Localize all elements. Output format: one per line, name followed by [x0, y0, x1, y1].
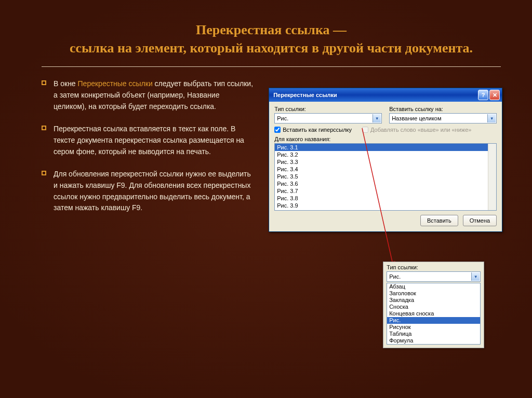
link-type-dropdown: Тип ссылки: Рис. ▼ Абзац Заголовок Закла…	[383, 262, 484, 348]
divider	[42, 66, 501, 67]
combo-insert-ref[interactable]: Название целиком ▼	[389, 113, 497, 123]
chevron-down-icon: ▼	[487, 114, 496, 122]
list-item[interactable]: Рис. 3.4	[275, 166, 496, 173]
combo-link-type-open[interactable]: Рис. ▼	[387, 271, 481, 282]
list-item[interactable]: Сноска	[387, 304, 480, 310]
bullet-text: Перекрестная ссылка вставляется в текст …	[54, 123, 253, 157]
listbox-names[interactable]: Рис. 3.1 Рис. 3.2 Рис. 3.3 Рис. 3.4 Рис.…	[274, 143, 497, 211]
figures-column: Перекрестные ссылки ? ✕ Тип ссылки: Рис.…	[263, 78, 501, 225]
list-item[interactable]: Заголовок	[387, 290, 480, 297]
close-button[interactable]: ✕	[489, 90, 500, 100]
combo-link-type[interactable]: Рис. ▼	[274, 113, 382, 123]
bullet-marker	[42, 126, 46, 130]
checkbox-input[interactable]	[274, 127, 281, 133]
list-item[interactable]: Рис. 3.8	[275, 195, 496, 202]
list-item[interactable]: Рис. 3.9	[275, 202, 496, 209]
chevron-down-icon: ▼	[471, 272, 480, 281]
list-item[interactable]: Рис. 3.3	[275, 158, 496, 166]
cancel-button[interactable]: Отмена	[463, 215, 497, 226]
list-item[interactable]: Рис. 3.1	[275, 144, 496, 151]
dialog-title: Перекрестные ссылки	[273, 92, 477, 98]
dialog-body: Тип ссылки: Рис. ▼ Вставить ссылку на: Н…	[269, 102, 502, 231]
list-item[interactable]: Таблица	[387, 331, 480, 337]
dialog-buttons: Вставить Отмена	[274, 215, 497, 226]
list-item[interactable]: Рис. 3.2	[275, 151, 496, 158]
list-item[interactable]: Абзац	[387, 283, 480, 290]
dialog-titlebar[interactable]: Перекрестные ссылки ? ✕	[269, 88, 502, 102]
list-item[interactable]: Закладка	[387, 297, 480, 304]
bullet-2: Перекрестная ссылка вставляется в текст …	[42, 123, 253, 157]
help-button[interactable]: ?	[478, 90, 488, 100]
bullets-column: В окне Перекрестные ссылки следует выбра…	[42, 78, 263, 225]
list-item[interactable]: Рисунок	[387, 324, 480, 331]
list-item[interactable]: Формула	[387, 337, 480, 344]
title-text: Перекрестная ссылка — ссылка на элемент,…	[42, 21, 501, 57]
slide-title: Перекрестная ссылка — ссылка на элемент,…	[42, 21, 501, 57]
chevron-down-icon: ▼	[373, 114, 381, 122]
title-line2: ссылка на элемент, который находится в д…	[70, 40, 473, 56]
link-type-options[interactable]: Абзац Заголовок Закладка Сноска Концевая…	[387, 283, 481, 345]
slide: Перекрестная ссылка — ссылка на элемент,…	[0, 0, 532, 398]
bullet-1: В окне Перекрестные ссылки следует выбра…	[42, 78, 253, 112]
list-item[interactable]: Рис. 3.5	[275, 173, 496, 180]
checkbox-input	[362, 127, 368, 133]
checkbox-hyperlink[interactable]: Вставить как гиперссылку	[274, 127, 352, 133]
bullet-marker	[42, 80, 46, 85]
label-which-name: Для какого названия:	[274, 136, 497, 142]
title-line1: Перекрестная ссылка —	[196, 22, 347, 37]
bullet-marker	[42, 171, 46, 175]
label-link-type: Тип ссылки:	[387, 264, 481, 270]
checkbox-above-below: Добавлять слово «выше» или «ниже»	[362, 127, 471, 133]
list-item[interactable]: Рис. 3.6	[275, 180, 496, 187]
list-item[interactable]: Рис.	[387, 317, 480, 324]
crossref-dialog: Перекрестные ссылки ? ✕ Тип ссылки: Рис.…	[269, 88, 502, 232]
emphasis: Перекрестные ссылки	[78, 79, 153, 88]
list-item[interactable]: Концевая сноска	[387, 310, 480, 317]
label-link-type: Тип ссылки:	[274, 106, 382, 112]
bullet-text: В окне Перекрестные ссылки следует выбра…	[54, 78, 253, 112]
list-item[interactable]: Рис. 3.7	[275, 187, 496, 195]
label-insert-on: Вставить ссылку на:	[389, 106, 497, 112]
insert-button[interactable]: Вставить	[420, 215, 458, 226]
bullet-text: Для обновления перекрестной ссылки нужно…	[54, 169, 253, 214]
bullet-3: Для обновления перекрестной ссылки нужно…	[42, 169, 253, 214]
scrollbar[interactable]	[488, 144, 496, 210]
content-row: В окне Перекрестные ссылки следует выбра…	[42, 78, 501, 225]
